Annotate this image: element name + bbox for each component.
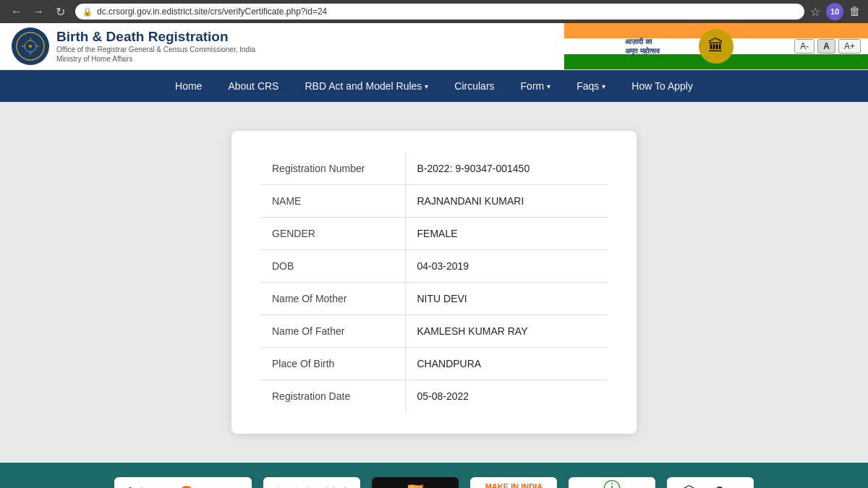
nav-form[interactable]: Form ▾ — [508, 70, 564, 102]
digital-india-content: ⓘ Digital India Power To Empower — [587, 477, 637, 489]
table-row: NAME RAJNANDANI KUMARI — [260, 185, 608, 218]
table-row: Place Of Birth CHANDPURA — [260, 348, 608, 380]
logo-circle — [12, 27, 49, 65]
cert-field-value: CHANDPURA — [405, 348, 608, 380]
site-subtitle2: Ministry of Home Affairs — [56, 54, 255, 64]
browser-chrome: ← → ↻ 🔒 dc.crsorgi.gov.in.edistrict.site… — [0, 0, 868, 23]
user-avatar[interactable]: 10 — [826, 3, 843, 20]
site-header: Birth & Death Registration Office of the… — [0, 23, 868, 70]
faqs-dropdown-chevron: ▾ — [602, 82, 605, 90]
form-dropdown-chevron: ▾ — [547, 82, 550, 90]
cert-field-value: KAMLESH KUMAR RAY — [405, 315, 608, 348]
logo-text: Birth & Death Registration Office of the… — [56, 29, 255, 64]
nav-rbd-act[interactable]: RBD Act and Model Rules ▾ — [292, 70, 441, 102]
address-bar[interactable]: 🔒 dc.crsorgi.gov.in.edistrict.site/crs/v… — [75, 4, 804, 20]
forward-button[interactable]: → — [29, 2, 48, 21]
table-row: Registration Date 05-08-2022 — [260, 380, 608, 413]
font-increase-button[interactable]: A+ — [838, 39, 861, 53]
site-subtitle1: Office of the Registrar General & Census… — [56, 45, 255, 54]
nav-about-crs[interactable]: About CRS — [215, 70, 292, 102]
certificate-card: Registration Number B-2022: 9-90347-0014… — [231, 131, 637, 434]
site-footer: data.gov in Open Government Data (OGD) P… — [0, 463, 868, 488]
cert-field-label: NAME — [260, 185, 405, 218]
back-button[interactable]: ← — [7, 2, 26, 21]
cert-field-label: Name Of Father — [260, 315, 405, 348]
font-size-controls[interactable]: A- A A+ — [794, 39, 861, 53]
footer-logo-make-in-india[interactable]: MAKE IN INDIA 🦁 — [470, 477, 557, 488]
cert-field-label: Place Of Birth — [260, 348, 405, 380]
footer-logos: data.gov in Open Government Data (OGD) P… — [29, 477, 839, 488]
cert-field-value: NITU DEVI — [405, 283, 608, 315]
svg-point-2 — [29, 45, 32, 48]
url-text: dc.crsorgi.gov.in.edistrict.site/crs/ver… — [97, 7, 327, 17]
table-row: Name Of Father KAMLESH KUMAR RAY — [260, 315, 608, 348]
table-row: Registration Number B-2022: 9-90347-0014… — [260, 153, 608, 185]
footer-logo-pm-india[interactable]: 🇮🇳 PM INDIA — [372, 477, 459, 488]
cert-field-value: FEMALE — [405, 218, 608, 250]
main-content: Registration Number B-2022: 9-90347-0014… — [0, 102, 868, 463]
footer-logo-digital-india[interactable]: ⓘ Digital India Power To Empower — [569, 477, 655, 488]
cert-field-value: 05-08-2022 — [405, 380, 608, 413]
cert-field-label: GENDER — [260, 218, 405, 250]
green-band — [564, 54, 868, 69]
nav-home[interactable]: Home — [162, 70, 215, 102]
data-gov-logo-content: data.gov in Open Government Data (OGD) P… — [124, 485, 242, 488]
azadi-text: आज़ादी का अमृत महोत्सव — [625, 37, 660, 56]
cert-field-value: B-2022: 9-90347-001450 — [405, 153, 608, 185]
nav-faqs[interactable]: Faqs ▾ — [563, 70, 618, 102]
cert-field-label: Name Of Mother — [260, 283, 405, 315]
browser-right-controls: ☆ 10 🗑 — [810, 3, 861, 20]
header-logo: Birth & Death Registration Office of the… — [12, 27, 255, 65]
pm-india-content: 🇮🇳 PM INDIA — [396, 482, 435, 489]
font-normal-button[interactable]: A — [817, 39, 835, 53]
trash-button[interactable]: 🗑 — [849, 5, 861, 18]
footer-logo-data-gov[interactable]: data.gov in Open Government Data (OGD) P… — [114, 477, 252, 488]
lock-icon: 🔒 — [82, 7, 93, 17]
main-navigation: Home About CRS RBD Act and Model Rules ▾… — [0, 70, 868, 102]
notification-area: 10 — [826, 3, 843, 20]
make-india-content: MAKE IN INDIA 🦁 — [485, 482, 542, 488]
mygov-content: 🏛 myGov मेरी सरकार — [684, 485, 737, 488]
saffron-band — [564, 23, 868, 38]
cert-field-label: Registration Date — [260, 380, 405, 413]
footer-logo-india-gov[interactable]: The national portal of India india.gov.i… — [263, 477, 361, 488]
font-decrease-button[interactable]: A- — [794, 39, 814, 53]
site-title: Birth & Death Registration — [56, 29, 255, 45]
cert-field-value: 04-03-2019 — [405, 250, 608, 283]
cert-field-label: DOB — [260, 250, 405, 283]
nav-how-to-apply[interactable]: How To Apply — [618, 70, 706, 102]
cert-field-value: RAJNANDANI KUMARI — [405, 185, 608, 218]
national-emblem: 🏛 — [699, 29, 733, 64]
certificate-table: Registration Number B-2022: 9-90347-0014… — [260, 153, 608, 412]
rbd-dropdown-chevron: ▾ — [425, 82, 428, 90]
cert-field-label: Registration Number — [260, 153, 405, 185]
refresh-button[interactable]: ↻ — [51, 2, 69, 21]
table-row: GENDER FEMALE — [260, 218, 608, 250]
browser-navigation[interactable]: ← → ↻ — [7, 2, 69, 21]
table-row: Name Of Mother NITU DEVI — [260, 283, 608, 315]
table-row: DOB 04-03-2019 — [260, 250, 608, 283]
bookmark-button[interactable]: ☆ — [810, 5, 820, 19]
footer-logo-mygov[interactable]: 🏛 myGov मेरी सरकार — [667, 477, 754, 488]
nav-circulars[interactable]: Circulars — [441, 70, 507, 102]
